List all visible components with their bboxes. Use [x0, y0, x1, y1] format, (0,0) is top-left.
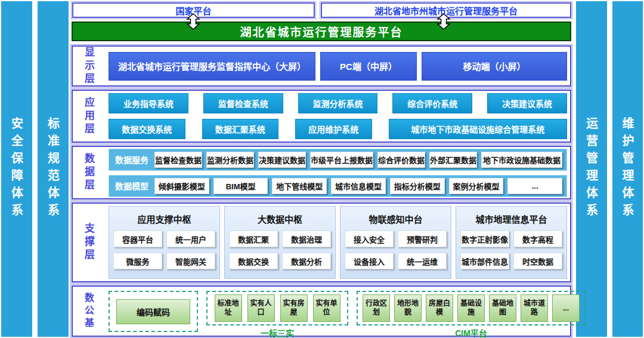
application-layer-label: 应用层: [81, 97, 96, 136]
main-platform-banner: 湖北省城市运行管理服务平台: [72, 21, 571, 41]
app-system-box: 数据交换系统: [109, 119, 185, 139]
base-item: 实有房屋: [280, 294, 308, 322]
data-item: 地下市政设施基础数据: [481, 152, 562, 168]
support-group-title: 应用支撑中枢: [113, 213, 215, 225]
support-item: 数据汇聚: [229, 231, 278, 247]
app-system-box: 应用维护系统: [295, 119, 372, 139]
base-group-cim: 行政区划 地形地貌 房屋白模 基础设施 基础地图 城市道路 ... CIM平台: [357, 291, 586, 332]
base-item: 房屋白模: [426, 294, 453, 322]
data-item: 综合评价数据: [377, 152, 425, 168]
base-item: 标准地址: [215, 294, 242, 322]
data-item: 监测分析数据: [206, 152, 254, 168]
data-layer-panel: 数据层 数据服务 监督检查数据 监测分析数据 决策建议数据 市级平台上报数据 综…: [72, 146, 571, 199]
base-item-coding: 编码赋码: [116, 299, 190, 324]
base-item: 基础地图: [489, 294, 516, 322]
base-item: 地形地貌: [394, 294, 422, 322]
support-group-title: 物联感知中台: [345, 213, 447, 225]
support-group-bigdata-hub: 大数据中枢 数据汇聚 数据治理 数据交换 数据分析: [224, 206, 336, 279]
pillar-operation-mgmt: 运营管理体系: [576, 1, 607, 337]
data-item: 决策建议数据: [258, 152, 306, 168]
support-item: 数据分析: [282, 253, 331, 269]
support-item: 智能网关: [166, 253, 215, 269]
base-item: 城市道路: [521, 294, 548, 322]
app-system-box: 决策建议系统: [487, 93, 567, 113]
data-item: BIM模型: [213, 178, 268, 194]
app-system-box: 业务指导系统: [109, 93, 188, 113]
support-layer-label: 支撑层: [81, 223, 96, 262]
support-group-title: 大数据中枢: [229, 213, 331, 225]
display-box-command-center: 湖北省城市运行管理服务监督指挥中心（大屏）: [109, 52, 315, 81]
display-layer-panel: 显示层 湖北省城市运行管理服务监督指挥中心（大屏） PC端（中屏） 移动端（小屏…: [72, 45, 571, 87]
data-models-strip: 数据模型 倾斜摄影模型 BIM模型 地下管线模型 城市信息模型 指标分析模型 案…: [109, 175, 567, 197]
data-models-title: 数据模型: [113, 180, 150, 192]
support-group-app-hub: 应用支撑中枢 容器平台 统一用户 微服务 智能网关: [109, 206, 220, 279]
pillar-security-assurance: 安全保障体系: [1, 1, 32, 337]
display-box-mobile: 移动端（小屏）: [422, 52, 567, 81]
data-services-title: 数据服务: [113, 153, 150, 165]
bidirectional-arrow-icon: [185, 13, 201, 30]
app-system-box: 监测分析系统: [298, 93, 378, 113]
data-item: 监督检查数据: [154, 152, 202, 168]
display-layer-label: 显示层: [81, 47, 96, 86]
data-item: 地下管线模型: [272, 178, 327, 194]
support-group-title: 城市地理信息平台: [460, 213, 562, 225]
support-layer-content: 应用支撑中枢 容器平台 统一用户 微服务 智能网关 大数据中枢 数据汇聚 数据治…: [109, 204, 567, 281]
base-item: 实有单位: [313, 294, 340, 322]
base-item: 行政区划: [363, 294, 390, 322]
data-item-more: ...: [507, 178, 562, 194]
support-item: 预警研判: [398, 231, 447, 247]
support-item: 统一运维: [398, 253, 447, 269]
base-group-coding: 编码赋码: [109, 291, 198, 332]
support-item: 城市部件信息: [460, 253, 509, 269]
base-group-ybss-label: 一标三实: [206, 327, 348, 337]
support-item: 接入安全: [345, 231, 394, 247]
pillar-standards-spec: 标准规范体系: [38, 1, 69, 337]
bidirectional-arrow-icon: [436, 13, 451, 30]
support-item: 数字正射影像: [460, 231, 509, 247]
digital-base-layer-label: 数公基: [81, 293, 95, 330]
digital-base-content: 编码赋码 标准地址 实有人口 实有房屋 实有单位 一标三实 行政区划 地形地貌 …: [109, 291, 566, 332]
data-item: 倾斜摄影模型: [154, 178, 209, 194]
application-layer-panel: 应用层 业务指导系统 监督检查系统 监测分析系统 综合评价系统 决策建议系统 数…: [72, 90, 571, 143]
data-layer-content: 数据服务 监督检查数据 监测分析数据 决策建议数据 市级平台上报数据 综合评价数…: [109, 147, 567, 198]
base-item-more: ...: [552, 294, 580, 322]
app-system-box-underground: 城市地下市政基础设施综合管理系统: [389, 119, 567, 139]
app-system-box: 数据汇聚系统: [202, 119, 279, 139]
support-item: 微服务: [113, 253, 162, 269]
base-group-ybss: 标准地址 实有人口 实有房屋 实有单位 一标三实: [206, 291, 348, 332]
display-layer-content: 湖北省城市运行管理服务监督指挥中心（大屏） PC端（中屏） 移动端（小屏）: [109, 47, 567, 85]
support-item: 统一用户: [166, 231, 215, 247]
data-item: 案例分析模型: [449, 178, 504, 194]
app-system-box: 综合评价系统: [392, 93, 472, 113]
data-services-strip: 数据服务 监督检查数据 监测分析数据 决策建议数据 市级平台上报数据 综合评价数…: [109, 149, 567, 171]
support-layer-panel: 支撑层 应用支撑中枢 容器平台 统一用户 微服务 智能网关 大数据中枢 数据汇聚…: [72, 202, 571, 282]
application-layer-content: 业务指导系统 监督检查系统 监测分析系统 综合评价系统 决策建议系统 数据交换系…: [109, 91, 567, 142]
support-item: 数据治理: [282, 231, 331, 247]
display-box-pc: PC端（中屏）: [320, 52, 417, 81]
data-layer-label: 数据层: [81, 153, 96, 192]
pillar-maintenance-mgmt: 维护管理体系: [612, 1, 643, 337]
data-item: 外部汇聚数据: [429, 152, 477, 168]
base-group-cim-label: CIM平台: [357, 327, 586, 337]
support-item: 数字高程: [513, 231, 562, 247]
data-item: 市级平台上报数据: [310, 152, 373, 168]
architecture-diagram: 安全保障体系 标准规范体系 运营管理体系 维护管理体系 国家平台 湖北省地市州城…: [0, 0, 644, 338]
data-item: 指标分析模型: [390, 178, 445, 194]
support-item: 容器平台: [113, 231, 162, 247]
support-item: 设备接入: [345, 253, 394, 269]
base-item: 基础设施: [457, 294, 485, 322]
support-group-gis-platform: 城市地理信息平台 数字正射影像 数字高程 城市部件信息 时空数据: [456, 206, 567, 279]
app-system-box: 监督检查系统: [203, 93, 283, 113]
data-item: 城市信息模型: [331, 178, 386, 194]
base-item: 实有人口: [247, 294, 275, 322]
support-item: 数据交换: [229, 253, 278, 269]
support-group-iot-platform: 物联感知中台 接入安全 预警研判 设备接入 统一运维: [340, 206, 451, 279]
support-item: 时空数据: [513, 253, 562, 269]
digital-base-layer-panel: 数公基 编码赋码 标准地址 实有人口 实有房屋 实有单位 一标三实 行政区划: [72, 285, 571, 337]
